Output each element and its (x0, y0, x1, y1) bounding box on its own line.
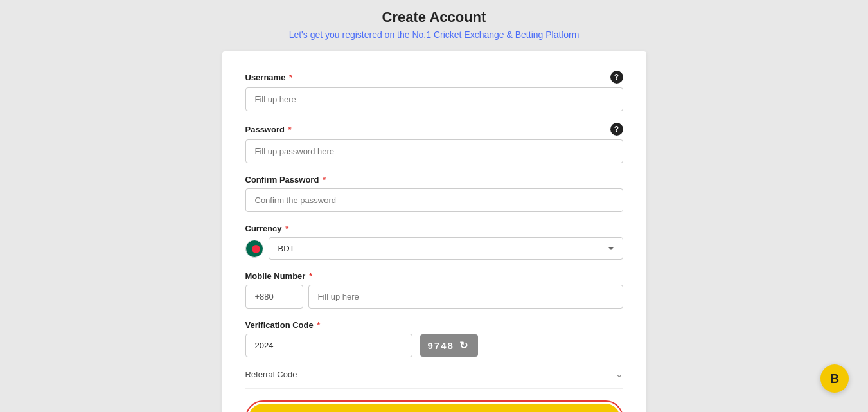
captcha-box[interactable]: 9748 ↻ (420, 334, 478, 357)
password-label: Password * (245, 125, 292, 134)
bangladesh-flag-icon (245, 240, 263, 258)
verification-code-group: Verification Code * 9748 ↻ (245, 320, 623, 357)
captcha-value: 9748 (428, 340, 454, 351)
confirm-password-input[interactable] (245, 188, 623, 212)
password-label-row: Password * ? (245, 123, 623, 136)
confirm-password-group: Confirm Password * (245, 175, 623, 212)
username-help-icon[interactable]: ? (610, 71, 623, 84)
password-input[interactable] (245, 139, 623, 163)
referral-code-row[interactable]: Referral Code ⌄ (245, 369, 623, 389)
password-help-icon[interactable]: ? (610, 123, 623, 136)
verification-label-row: Verification Code * (245, 320, 623, 330)
page-wrapper: Create Account Let's get you registered … (0, 0, 868, 412)
username-label: Username * (245, 73, 293, 82)
currency-select[interactable]: BDT USD EUR GBP INR (269, 237, 623, 260)
username-group: Username * ? (245, 71, 623, 111)
referral-code-label: Referral Code (245, 370, 297, 379)
currency-row: BDT USD EUR GBP INR (245, 237, 623, 260)
confirm-password-label-row: Confirm Password * (245, 175, 623, 184)
username-input[interactable] (245, 87, 623, 111)
currency-label-row: Currency * (245, 224, 623, 233)
refresh-icon[interactable]: ↻ (459, 339, 469, 352)
confirm-password-label: Confirm Password * (245, 175, 326, 184)
floating-badge[interactable]: B (820, 364, 849, 393)
form-card: Username * ? Password * ? Confirm Passwo… (222, 51, 646, 412)
password-group: Password * ? (245, 123, 623, 163)
mobile-number-input[interactable] (308, 285, 623, 309)
verification-row: 9748 ↻ (245, 334, 623, 357)
verification-code-input[interactable] (245, 334, 412, 357)
page-subtitle: Let's get you registered on the No.1 Cri… (289, 30, 580, 40)
verification-label: Verification Code * (245, 320, 321, 330)
currency-label: Currency * (245, 224, 289, 233)
register-button-wrapper: Register (245, 400, 623, 412)
mobile-prefix-input[interactable] (245, 285, 303, 309)
mobile-label-row: Mobile Number * (245, 271, 623, 281)
username-label-row: Username * ? (245, 71, 623, 84)
page-title: Create Account (382, 9, 486, 26)
mobile-label: Mobile Number * (245, 271, 313, 281)
mobile-row (245, 285, 623, 309)
currency-group: Currency * BDT USD EUR GBP INR (245, 224, 623, 260)
chevron-down-icon: ⌄ (616, 369, 623, 379)
register-button[interactable]: Register (249, 404, 620, 412)
mobile-number-group: Mobile Number * (245, 271, 623, 309)
